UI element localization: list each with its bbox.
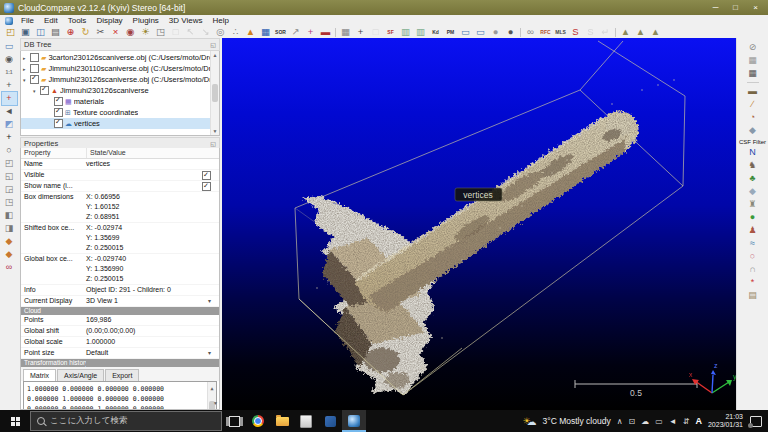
prop-visible[interactable]: Visible ▾ bbox=[21, 170, 219, 181]
point-picking-icon[interactable]: ◉ bbox=[123, 26, 138, 38]
view-top-icon[interactable]: ◧ bbox=[2, 209, 17, 222]
prop-show-name[interactable]: Show name (i... ▾ bbox=[21, 181, 219, 192]
mls-icon[interactable]: MLS bbox=[553, 26, 568, 38]
menu-3d-views[interactable]: 3D Views bbox=[164, 16, 208, 25]
pan-icon[interactable]: + bbox=[2, 131, 17, 144]
tree-checkbox[interactable] bbox=[54, 119, 63, 128]
tree-checkbox[interactable] bbox=[54, 108, 63, 117]
sf-pcv-icon[interactable]: SF bbox=[383, 26, 398, 38]
notification-center-button[interactable] bbox=[749, 414, 763, 428]
undo-icon[interactable]: ↵ bbox=[598, 26, 613, 38]
battery-icon[interactable]: ▭ bbox=[655, 417, 663, 426]
3d-view-canvas[interactable]: vertices 0.5 x y z bbox=[222, 38, 737, 410]
volume-icon[interactable]: ◄ bbox=[669, 417, 677, 426]
expand-arrow-icon[interactable]: ▸ bbox=[23, 55, 30, 61]
normals-plugin-icon[interactable]: N bbox=[745, 146, 761, 159]
subsample-icon[interactable]: ▬ bbox=[318, 26, 333, 38]
open-icon[interactable]: ◰ bbox=[3, 26, 18, 38]
checkbox[interactable] bbox=[202, 171, 211, 180]
castle-icon[interactable]: ♜ bbox=[745, 198, 761, 211]
perspective-icon[interactable]: ◩ bbox=[2, 118, 17, 131]
stereo-glasses-icon[interactable]: ∞ bbox=[2, 261, 17, 274]
close-button[interactable]: × bbox=[747, 2, 764, 13]
sphere-dark-icon[interactable]: ● bbox=[503, 26, 518, 38]
save-icon[interactable]: ▣ bbox=[18, 26, 33, 38]
s-red-icon[interactable]: S bbox=[568, 26, 583, 38]
checker-dark-icon[interactable]: ▦ bbox=[745, 67, 761, 80]
taskbar-app-button-1[interactable] bbox=[294, 410, 318, 432]
pcl-icon[interactable]: ● bbox=[745, 211, 761, 224]
zoom-fit-icon[interactable]: 1:1 bbox=[2, 66, 17, 79]
tree-checkbox[interactable] bbox=[30, 64, 39, 73]
s-gray-icon[interactable]: S bbox=[583, 26, 598, 38]
view-right-icon[interactable]: ◳ bbox=[2, 196, 17, 209]
tree-checkbox[interactable] bbox=[30, 75, 39, 84]
point-list-picking-icon[interactable]: ☀ bbox=[138, 26, 153, 38]
bug-icon[interactable]: * bbox=[745, 276, 761, 289]
undock-icon[interactable]: ◱ bbox=[210, 41, 216, 48]
zoom-out-icon[interactable]: ↖ bbox=[183, 26, 198, 38]
kd-tree-icon[interactable]: Kd bbox=[428, 26, 443, 38]
tree-item-jimmuhi-230110[interactable]: ▸ ▰ Jimmuhi230110scaniverse.obj (C:/User… bbox=[21, 63, 219, 74]
tab-export[interactable]: Export bbox=[105, 369, 139, 381]
iso-view-1-icon[interactable]: ◆ bbox=[2, 235, 17, 248]
checker-light-icon[interactable]: ▦ bbox=[745, 54, 761, 67]
cone-icon[interactable]: ▲ bbox=[243, 26, 258, 38]
taskbar-app-button-2[interactable] bbox=[318, 410, 342, 432]
octree-icon[interactable]: ▦ bbox=[258, 26, 273, 38]
chrome-taskbar-button[interactable] bbox=[246, 410, 270, 432]
animation-icon[interactable]: ▬ bbox=[745, 85, 761, 98]
trace-polyline-icon[interactable]: □ bbox=[168, 26, 183, 38]
figure-icon[interactable]: ♟ bbox=[745, 224, 761, 237]
tab-matrix[interactable]: Matrix bbox=[23, 369, 56, 381]
view-left-icon[interactable]: ◲ bbox=[2, 183, 17, 196]
disable-plugin-icon[interactable]: ⊘ bbox=[745, 41, 761, 54]
pick-rotation-center-icon[interactable]: ◎ bbox=[213, 26, 228, 38]
interactors-icon[interactable]: ∴ bbox=[228, 26, 243, 38]
facets-icon[interactable]: ▲ bbox=[648, 26, 663, 38]
tree-item-jimmuhi-230126[interactable]: ▾ ▰ Jimmuhi230126scaniverse.obj (C:/User… bbox=[21, 74, 219, 85]
dropdown-arrow-icon[interactable]: ▾ bbox=[208, 296, 211, 306]
task-view-button[interactable] bbox=[222, 410, 246, 432]
broom-icon[interactable]: ∕ bbox=[745, 98, 761, 111]
basket-icon[interactable]: ▤ bbox=[745, 289, 761, 302]
canupo-icon[interactable]: ◆ bbox=[745, 124, 761, 137]
m3c2-icon[interactable]: ♞ bbox=[745, 159, 761, 172]
merge-icon[interactable]: + bbox=[303, 26, 318, 38]
tree-checkbox[interactable] bbox=[30, 53, 39, 62]
file-explorer-button[interactable] bbox=[270, 410, 294, 432]
add-point-icon[interactable]: + bbox=[353, 26, 368, 38]
clean-icon[interactable]: ▥ bbox=[398, 26, 413, 38]
pm-icon[interactable]: PM bbox=[443, 26, 458, 38]
display-settings-icon[interactable]: ▭ bbox=[2, 40, 17, 53]
translate-rotate-icon[interactable]: ↻ bbox=[78, 26, 93, 38]
menu-tools[interactable]: Tools bbox=[63, 16, 92, 25]
grid-icon[interactable]: ▦ bbox=[338, 26, 353, 38]
network-icon[interactable]: ⇵ bbox=[683, 417, 690, 426]
apply-transformation-icon[interactable]: ⊕ bbox=[63, 26, 78, 38]
tree-item-materials[interactable]: ▦ materials bbox=[21, 96, 219, 107]
prop-point-size[interactable]: Point size Default ▾ bbox=[21, 348, 219, 359]
shield-icon[interactable]: ◆ bbox=[745, 185, 761, 198]
menu-file[interactable]: File bbox=[16, 16, 39, 25]
delete-icon[interactable]: × bbox=[108, 26, 123, 38]
tree-checkbox[interactable] bbox=[40, 86, 49, 95]
3d-viewport[interactable]: vertices 0.5 x y z bbox=[222, 38, 737, 410]
box-icon[interactable]: □ bbox=[368, 26, 383, 38]
ellipse-icon[interactable]: ○ bbox=[745, 250, 761, 263]
tray-app-icon[interactable]: ⊡ bbox=[629, 417, 636, 426]
zoom-icon[interactable]: ○ bbox=[2, 144, 17, 157]
start-button[interactable] bbox=[0, 410, 30, 432]
sphere-light-icon[interactable]: ● bbox=[488, 26, 503, 38]
view-back-icon[interactable]: ◱ bbox=[2, 170, 17, 183]
screenshot-icon[interactable]: ◉ bbox=[2, 53, 17, 66]
classify-icon[interactable]: ▥ bbox=[413, 26, 428, 38]
pivot-icon[interactable]: + bbox=[2, 92, 17, 105]
menu-plugins[interactable]: Plugins bbox=[128, 16, 164, 25]
view-front-icon[interactable]: ◰ bbox=[2, 157, 17, 170]
cloudcompare-taskbar-button[interactable] bbox=[342, 410, 366, 432]
segment-icon[interactable]: ✂ bbox=[93, 26, 108, 38]
rfc-icon[interactable]: RFC bbox=[538, 26, 553, 38]
iso-view-2-icon[interactable]: ◆ bbox=[2, 248, 17, 261]
csf-filter-label[interactable]: CSF Filter bbox=[737, 137, 768, 146]
